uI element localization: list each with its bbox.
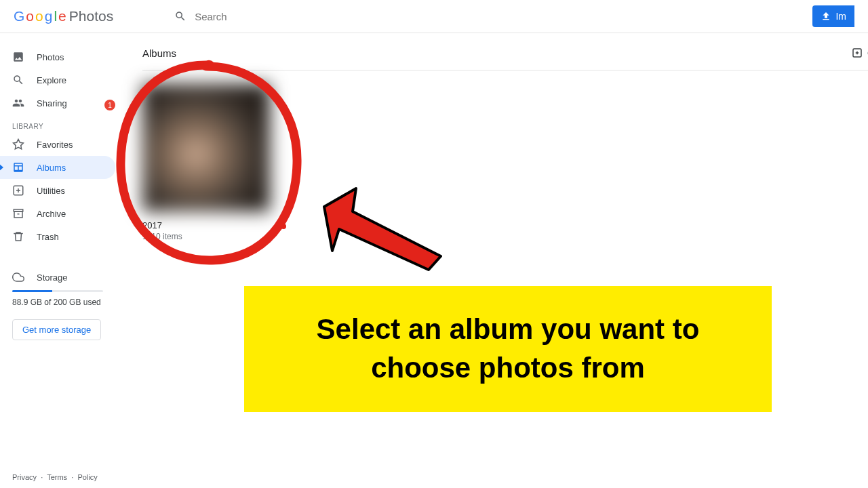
sidebar-item-trash[interactable]: Trash xyxy=(0,225,115,248)
nav-label: Favorites xyxy=(37,140,73,150)
get-more-storage-button[interactable]: Get more storage xyxy=(12,319,101,340)
nav-label: Archive xyxy=(37,209,66,219)
sidebar-item-albums[interactable]: Albums xyxy=(0,156,115,179)
album-thumbnail xyxy=(142,84,270,211)
sidebar-item-storage[interactable]: Storage xyxy=(0,264,115,287)
trash-icon xyxy=(12,230,24,243)
albums-grid: 2017 1610 items xyxy=(142,70,868,241)
storage-progress xyxy=(12,290,103,292)
footer-terms-link[interactable]: Terms xyxy=(47,473,67,481)
nav-label: Trash xyxy=(37,232,59,242)
notification-badge: 1 xyxy=(104,100,115,110)
people-icon xyxy=(12,97,24,109)
page-title: Albums xyxy=(142,47,176,59)
archive-icon xyxy=(12,207,24,220)
sidebar-item-sharing[interactable]: Sharing 1 xyxy=(0,92,115,115)
nav-label: Explore xyxy=(37,75,66,85)
footer: Privacy · Terms · Policy xyxy=(12,473,98,481)
import-label: Im xyxy=(835,11,846,22)
search-box[interactable] xyxy=(174,10,296,22)
utilities-icon xyxy=(12,184,24,197)
nav-label: Photos xyxy=(37,52,64,62)
sidebar-item-favorites[interactable]: Favorites xyxy=(0,133,115,156)
active-indicator xyxy=(0,164,3,171)
create-album-button[interactable]: Cre xyxy=(851,47,868,59)
nav-label: Sharing xyxy=(37,98,67,108)
cloud-icon xyxy=(12,271,24,283)
search-icon xyxy=(12,74,24,86)
google-photos-logo[interactable]: Google Photos xyxy=(14,8,113,24)
nav-label: Storage xyxy=(37,272,68,283)
sidebar-item-photos[interactable]: Photos xyxy=(0,45,115,68)
photo-icon xyxy=(12,51,24,63)
nav-label: Utilities xyxy=(37,186,65,196)
sidebar-item-utilities[interactable]: Utilities xyxy=(0,179,115,202)
search-icon xyxy=(174,10,186,22)
plus-square-icon xyxy=(851,47,863,59)
sidebar-item-explore[interactable]: Explore xyxy=(0,68,115,92)
footer-privacy-link[interactable]: Privacy xyxy=(12,473,37,481)
import-button[interactable]: Im xyxy=(812,5,854,27)
library-section-label: LIBRARY xyxy=(0,115,115,133)
logo-suffix: Photos xyxy=(69,8,113,24)
header: Google Photos Im xyxy=(0,0,868,33)
album-item[interactable]: 2017 1610 items xyxy=(142,84,270,241)
sidebar-item-archive[interactable]: Archive xyxy=(0,202,115,225)
page-header: Albums Cre xyxy=(142,47,868,70)
search-input[interactable] xyxy=(195,11,296,22)
nav-label: Albums xyxy=(37,163,66,173)
album-title: 2017 xyxy=(142,220,270,230)
sidebar: Photos Explore Sharing 1 LIBRARY Favorit… xyxy=(0,33,115,468)
footer-policy-link[interactable]: Policy xyxy=(77,473,97,481)
star-icon xyxy=(12,138,24,150)
album-item-count: 1610 items xyxy=(142,232,270,241)
album-icon xyxy=(12,161,24,174)
annotation-callout: Select an album you want to choose photo… xyxy=(244,286,772,412)
storage-progress-fill xyxy=(12,290,52,292)
storage-used-text: 88.9 GB of 200 GB used xyxy=(0,298,115,307)
upload-icon xyxy=(821,11,831,22)
